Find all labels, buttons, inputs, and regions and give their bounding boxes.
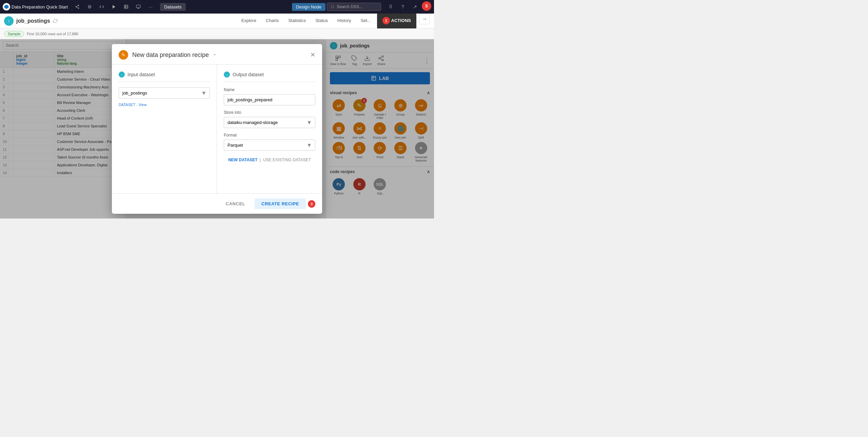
output-name-input[interactable] (224, 94, 315, 105)
svg-point-0 (78, 5, 79, 6)
input-dataset-select[interactable]: job_postings (119, 87, 210, 99)
format-group: Format Parquet ▼ (224, 133, 315, 151)
dataset-name: job_postings (16, 18, 50, 24)
app-title: Data Preparation Quick Start (12, 4, 68, 9)
row-info: First 10,000 rows out of 17,880 (27, 32, 78, 36)
modal-recipe-icon: ✎ (119, 50, 128, 60)
input-icon: → (119, 71, 125, 78)
app-logo[interactable] (3, 3, 10, 11)
help-nav-icon[interactable]: ? (397, 1, 408, 12)
modal-title: New data preparation recipe (132, 51, 209, 59)
modal-close-btn[interactable]: ✕ (310, 51, 315, 59)
modal-body: → Input dataset job_postings ▼ DATASET -… (112, 65, 322, 193)
cancel-button[interactable]: CANCEL (220, 199, 251, 209)
use-existing-link[interactable]: USE EXISTING DATASET (263, 158, 311, 162)
step3-badge: 3 (308, 200, 315, 208)
input-dataset-label: Input dataset (127, 72, 155, 77)
dataset-label: DATASET - View (119, 103, 210, 107)
search-placeholder: Search DSS... (337, 4, 362, 9)
tab-settings[interactable]: Set... (356, 14, 376, 28)
more-nav-icon[interactable]: ··· (145, 1, 156, 12)
play-nav-icon[interactable] (108, 1, 119, 12)
tab-status[interactable]: Status (311, 14, 333, 28)
format-select[interactable]: Parquet (224, 140, 315, 151)
modal-overlay: ✎ New data preparation recipe − ✕ → Inpu… (0, 39, 434, 218)
sub-header: Sample First 10,000 rows out of 17,880 (0, 28, 434, 39)
table-nav-icon[interactable] (121, 1, 132, 12)
svg-point-2 (78, 7, 79, 9)
input-dataset-select-wrapper: job_postings ▼ (119, 87, 210, 99)
tab-history[interactable]: History (333, 14, 356, 28)
dataset-tabs: Explore Charts Statistics Status History… (237, 14, 430, 28)
search-bar[interactable]: Search DSS... (327, 3, 381, 11)
modal-minimize-btn[interactable]: − (213, 52, 216, 58)
modal: ✎ New data preparation recipe − ✕ → Inpu… (112, 44, 322, 214)
format-label: Format (224, 133, 315, 138)
share-nav-icon[interactable] (72, 1, 83, 12)
output-icon: → (224, 71, 230, 78)
sync-icon (53, 19, 58, 23)
arrow-nav-icon[interactable]: ↗ (410, 1, 420, 12)
output-dataset-label: Output dataset (233, 72, 264, 77)
modal-output-section: → Output dataset Name Store into dataiku… (217, 65, 322, 193)
store-into-select[interactable]: dataiku-managed-storage (224, 117, 315, 128)
output-name-group: Name (224, 87, 315, 105)
monitor-nav-icon[interactable] (133, 1, 144, 12)
new-dataset-link[interactable]: NEW DATASET (228, 158, 257, 162)
design-node-btn[interactable]: Design Node (292, 3, 326, 11)
dataset-header: ↑ job_postings Explore Charts Statistics… (0, 14, 434, 28)
code-nav-icon[interactable] (96, 1, 107, 12)
build-nav-icon[interactable]: ⚙ (84, 1, 95, 12)
output-name-label: Name (224, 87, 315, 92)
navbar: Data Preparation Quick Start ⚙ ··· Datas… (0, 0, 434, 14)
modal-header: ✎ New data preparation recipe − ✕ (112, 44, 322, 65)
actions-tab[interactable]: 1 ACTIONS (377, 14, 416, 28)
main-area: job_id bigint Integer title string Natur… (0, 39, 434, 218)
dataset-actions: NEW DATASET | USE EXISTING DATASET (224, 158, 315, 162)
svg-rect-6 (124, 5, 128, 9)
svg-marker-5 (113, 5, 115, 9)
forward-btn[interactable]: → (419, 14, 430, 24)
store-into-wrapper: dataiku-managed-storage ▼ (224, 117, 315, 128)
input-dataset-header: → Input dataset (119, 71, 210, 82)
dataset-icon: ↑ (4, 16, 14, 26)
store-into-label: Store into (224, 110, 315, 115)
svg-line-3 (77, 7, 78, 8)
svg-point-1 (76, 6, 77, 7)
format-wrapper: Parquet ▼ (224, 140, 315, 151)
user-avatar[interactable]: S (422, 1, 431, 11)
modal-footer: CANCEL CREATE RECIPE 3 (112, 193, 322, 214)
sample-badge: Sample (4, 31, 24, 37)
svg-rect-10 (136, 5, 140, 8)
output-dataset-header: → Output dataset (224, 71, 315, 82)
modal-input-section: → Input dataset job_postings ▼ DATASET -… (112, 65, 217, 193)
svg-line-14 (333, 7, 334, 8)
svg-line-4 (77, 6, 78, 6)
select-arrow-icon: ▼ (201, 90, 206, 96)
tab-charts[interactable]: Charts (261, 14, 283, 28)
create-recipe-button[interactable]: CREATE RECIPE (255, 199, 306, 209)
datasets-tab[interactable]: Datasets (160, 3, 185, 11)
grid-nav-icon[interactable]: ⠿ (385, 1, 396, 12)
step1-badge: 1 (382, 17, 390, 24)
store-into-group: Store into dataiku-managed-storage ▼ (224, 110, 315, 128)
tab-statistics[interactable]: Statistics (283, 14, 311, 28)
tab-explore[interactable]: Explore (237, 14, 261, 28)
svg-point-13 (331, 5, 334, 8)
dataset-view-link[interactable]: View (139, 103, 147, 107)
